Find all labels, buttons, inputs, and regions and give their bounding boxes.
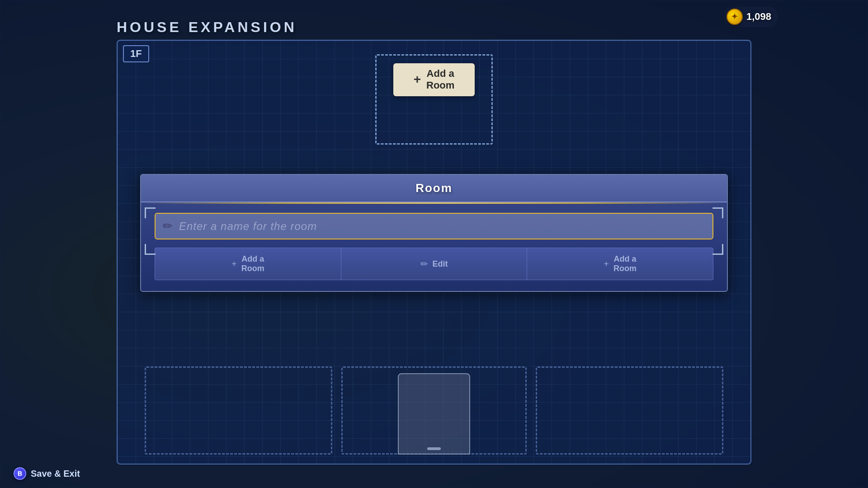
add-room-top-button[interactable]: + Add aRoom xyxy=(393,63,475,96)
bottom-zones xyxy=(145,366,723,455)
add-room-top-area: + Add aRoom xyxy=(393,63,475,96)
dashed-zone-center xyxy=(341,366,526,455)
door-zone xyxy=(398,373,470,455)
add-room-btn-text: Add aRoom xyxy=(426,68,454,92)
currency-amount: 1,098 xyxy=(746,11,771,23)
add-icon-right: + xyxy=(604,259,609,269)
dashed-zone-right xyxy=(536,366,723,455)
edit-button[interactable]: ✏ Edit xyxy=(341,248,528,280)
corner-decor-tl xyxy=(145,207,156,218)
plus-icon: + xyxy=(414,73,421,86)
page-title: HOUSE EXPANSION xyxy=(117,19,297,36)
save-exit: B Save & Exit xyxy=(14,467,80,480)
room-dialog: Room ✏ + Add aRoom xyxy=(140,174,728,292)
add-room-left-label: Add aRoom xyxy=(241,254,264,273)
coin-icon: ✦ xyxy=(726,9,743,25)
add-room-left-button[interactable]: + Add aRoom xyxy=(155,248,341,280)
add-room-right-label: Add aRoom xyxy=(613,254,637,273)
ui-root: HOUSE EXPANSION ✦ 1,098 1F + Add aRoom R… xyxy=(0,0,868,488)
edit-label: Edit xyxy=(433,259,448,269)
add-room-right-button[interactable]: + Add aRoom xyxy=(527,248,713,280)
name-input-wrapper[interactable]: ✏ xyxy=(155,213,713,239)
edit-icon: ✏ xyxy=(420,258,428,269)
dashed-zone-left xyxy=(145,366,332,455)
b-button: B xyxy=(14,467,26,480)
room-dialog-title: Room xyxy=(415,181,453,195)
currency-bar: ✦ 1,098 xyxy=(724,6,778,27)
corner-decor-br xyxy=(712,244,723,255)
room-dialog-body: ✏ + Add aRoom ✏ Edit + Add aRoom xyxy=(141,204,727,291)
room-dialog-header: Room xyxy=(141,175,727,202)
add-icon-left: + xyxy=(231,259,237,269)
corner-decor-tr xyxy=(712,207,723,218)
corner-decor-bl xyxy=(145,244,156,255)
room-name-input[interactable] xyxy=(179,220,703,233)
floor-indicator: 1F xyxy=(123,45,149,62)
pencil-icon: ✏ xyxy=(163,219,173,233)
save-exit-label: Save & Exit xyxy=(31,469,80,479)
dialog-actions: + Add aRoom ✏ Edit + Add aRoom xyxy=(155,248,713,280)
main-panel: 1F + Add aRoom Room xyxy=(117,40,751,465)
door-handle xyxy=(427,447,441,450)
